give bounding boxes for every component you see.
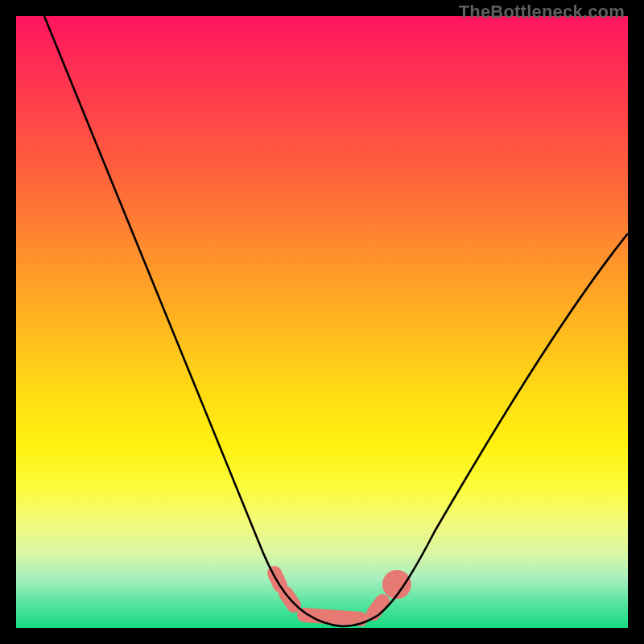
watermark-text: TheBottleneck.com — [459, 2, 625, 23]
chart-frame: TheBottleneck.com — [0, 0, 644, 644]
curve-right — [342, 233, 628, 626]
plot-area — [16, 16, 628, 628]
curve-layer — [16, 16, 628, 628]
highlight-blobs — [275, 573, 404, 619]
curve-left — [44, 16, 342, 626]
